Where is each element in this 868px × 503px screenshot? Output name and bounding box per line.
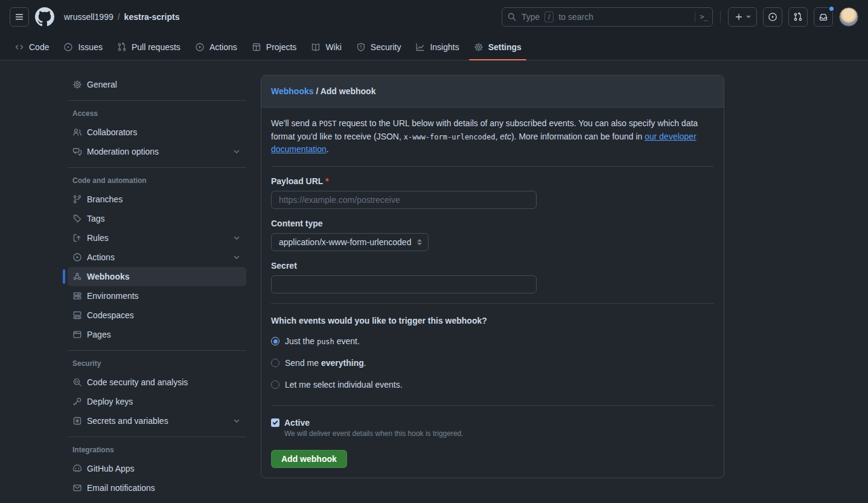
webhook-intro-text: We'll send a POST request to the URL bel… bbox=[271, 117, 714, 156]
sidebar-item-label: Actions bbox=[87, 252, 115, 262]
sidebar-item-environments[interactable]: Environments bbox=[68, 286, 246, 306]
git-pull-request-icon bbox=[793, 12, 803, 22]
breadcrumb-owner-link[interactable]: wrussell1999 bbox=[64, 12, 113, 22]
active-checkbox-row[interactable]: Active bbox=[271, 418, 714, 428]
sidebar-item-secrets-variables[interactable]: Secrets and variables bbox=[68, 411, 246, 431]
sidebar-item-actions[interactable]: Actions bbox=[68, 248, 246, 267]
radio-button[interactable] bbox=[271, 359, 279, 367]
sidebar-item-label: Branches bbox=[87, 194, 123, 204]
chevron-down-icon bbox=[232, 147, 241, 156]
sidebar-item-general[interactable]: General bbox=[68, 75, 246, 94]
webhooks-breadcrumb-link[interactable]: Webhooks bbox=[271, 86, 314, 96]
form-divider bbox=[271, 166, 714, 167]
webhook-icon bbox=[72, 272, 82, 281]
tab-label: Wiki bbox=[325, 42, 341, 52]
radio-label: Just the push event. bbox=[285, 336, 360, 346]
urlencoded-code: x-www-form-urlencoded bbox=[404, 133, 496, 141]
sidebar-item-pages[interactable]: Pages bbox=[68, 325, 246, 344]
inbox-notifications-button[interactable] bbox=[814, 7, 833, 27]
hamburger-menu-button[interactable] bbox=[10, 7, 29, 27]
radio-button[interactable] bbox=[271, 380, 279, 389]
key-icon bbox=[72, 397, 82, 406]
radio-individual-events[interactable]: Let me select individual events. bbox=[271, 379, 714, 391]
push-code: push bbox=[317, 338, 334, 346]
sidebar-item-label: Rules bbox=[87, 233, 109, 243]
gear-icon bbox=[474, 42, 483, 52]
radio-label-text: . bbox=[364, 358, 366, 368]
breadcrumb-repo-link[interactable]: kestra-scripts bbox=[124, 12, 180, 22]
chevron-down-icon bbox=[232, 233, 241, 243]
sidebar-item-branches[interactable]: Branches bbox=[68, 190, 246, 209]
sidebar-item-webhooks[interactable]: Webhooks bbox=[68, 267, 246, 286]
avatar[interactable] bbox=[839, 7, 858, 27]
radio-just-push[interactable]: Just the push event. bbox=[271, 335, 714, 347]
select-arrows-icon bbox=[417, 239, 422, 245]
secret-input[interactable] bbox=[271, 275, 537, 293]
tab-label: Code bbox=[29, 42, 49, 52]
tab-label: Issues bbox=[78, 42, 102, 52]
sidebar-item-tags[interactable]: Tags bbox=[68, 209, 246, 228]
sidebar-item-collaborators[interactable]: Collaborators bbox=[68, 123, 246, 142]
mail-icon bbox=[72, 483, 82, 493]
events-question: Which events would you like to trigger t… bbox=[271, 316, 714, 325]
github-logo[interactable] bbox=[35, 7, 54, 27]
tab-issues[interactable]: Issues bbox=[59, 34, 107, 60]
sidebar-item-moderation-options[interactable]: Moderation options bbox=[68, 142, 246, 161]
book-icon bbox=[311, 42, 321, 52]
play-icon bbox=[72, 252, 82, 262]
payload-url-input[interactable] bbox=[271, 191, 537, 209]
sidebar-divider bbox=[68, 167, 246, 168]
issue-opened-icon bbox=[63, 42, 73, 52]
sidebar-section-access: Access bbox=[68, 109, 246, 118]
radio-button-selected[interactable] bbox=[271, 337, 279, 345]
tag-icon bbox=[72, 214, 82, 223]
active-description: We will deliver event details when this … bbox=[284, 429, 714, 438]
tab-security[interactable]: Security bbox=[351, 34, 406, 60]
intro-text: ). More information can be found in bbox=[511, 132, 645, 141]
tab-label: Insights bbox=[430, 42, 459, 52]
tab-projects[interactable]: Projects bbox=[247, 34, 302, 60]
sidebar-item-label: Tags bbox=[87, 214, 105, 223]
secret-label: Secret bbox=[271, 261, 714, 271]
sidebar-item-label: General bbox=[87, 80, 117, 89]
sidebar-item-rules[interactable]: Rules bbox=[68, 228, 246, 248]
tab-pull-requests[interactable]: Pull requests bbox=[112, 34, 185, 60]
tab-label: Pull requests bbox=[132, 42, 180, 52]
etc-text: etc bbox=[500, 132, 511, 141]
sidebar-section-integrations: Integrations bbox=[68, 446, 246, 454]
pull-requests-dashboard-button[interactable] bbox=[788, 7, 808, 27]
sidebar-divider bbox=[68, 350, 246, 351]
code-icon bbox=[14, 42, 24, 52]
tab-actions[interactable]: Actions bbox=[190, 34, 242, 60]
tab-wiki[interactable]: Wiki bbox=[306, 34, 346, 60]
repo-nav: Code Issues Pull requests Actions Projec… bbox=[0, 34, 868, 60]
tab-label: Projects bbox=[266, 42, 297, 52]
sidebar-item-deploy-keys[interactable]: Deploy keys bbox=[68, 392, 246, 411]
sidebar-item-code-security[interactable]: Code security and analysis bbox=[68, 373, 246, 392]
issues-dashboard-button[interactable] bbox=[763, 7, 782, 27]
form-divider bbox=[271, 303, 714, 304]
hubot-icon bbox=[72, 464, 82, 473]
search-input[interactable]: Type / to search >_ bbox=[502, 7, 713, 27]
radio-label-text: Just the bbox=[285, 336, 317, 346]
create-new-button[interactable] bbox=[728, 7, 757, 27]
search-divider bbox=[695, 11, 695, 22]
sidebar-item-email-notifications[interactable]: Email notifications bbox=[68, 478, 246, 498]
add-webhook-button[interactable]: Add webhook bbox=[271, 450, 347, 468]
sidebar-item-codespaces[interactable]: Codespaces bbox=[68, 306, 246, 325]
chevron-down-icon bbox=[746, 16, 751, 18]
command-palette-terminal-icon[interactable]: >_ bbox=[700, 13, 707, 21]
sidebar-item-github-apps[interactable]: GitHub Apps bbox=[68, 459, 246, 478]
content-type-field-group: Content type application/x-www-form-urle… bbox=[271, 219, 714, 251]
panel-breadcrumb-separator: / bbox=[314, 86, 321, 96]
tab-code[interactable]: Code bbox=[10, 34, 54, 60]
tab-insights[interactable]: Insights bbox=[410, 34, 464, 60]
hamburger-icon bbox=[14, 12, 24, 22]
active-checkbox[interactable] bbox=[271, 418, 279, 427]
tab-settings[interactable]: Settings bbox=[469, 34, 526, 60]
project-icon bbox=[252, 42, 261, 52]
chevron-down-icon bbox=[232, 416, 241, 426]
radio-send-everything[interactable]: Send me everything. bbox=[271, 357, 714, 369]
sidebar-item-label: Email notifications bbox=[87, 483, 155, 493]
content-type-select[interactable]: application/x-www-form-urlencoded bbox=[271, 233, 429, 251]
